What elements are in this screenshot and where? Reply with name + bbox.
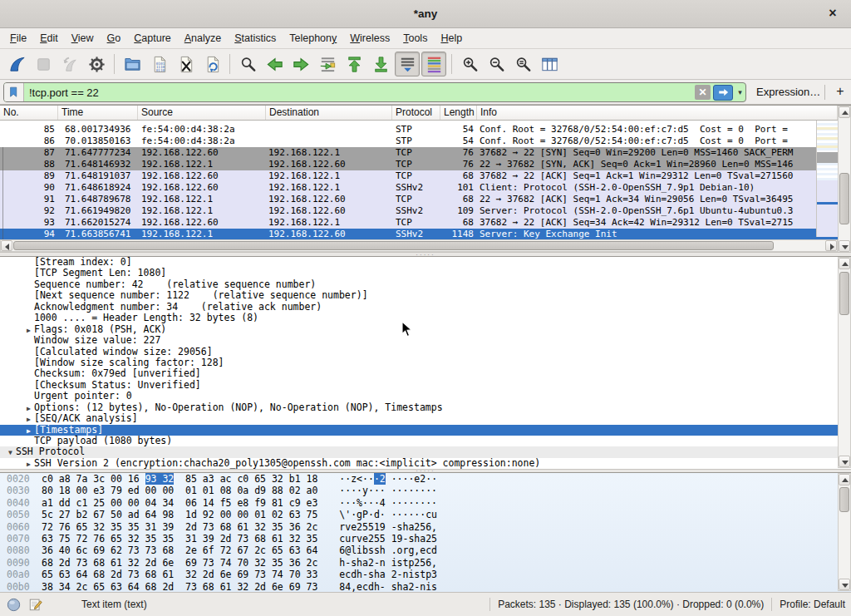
packet-row-86[interactable]: 8670.013850163fe:54:00:d4:38:2aSTP54Conf… bbox=[0, 136, 816, 147]
display-filter-entry[interactable]: ✕ ▾ bbox=[3, 82, 746, 102]
bytes-vscrollbar[interactable] bbox=[838, 473, 851, 591]
tree-collapsed-icon[interactable]: ▶ bbox=[23, 414, 34, 425]
menu-go[interactable]: Go bbox=[101, 30, 128, 47]
zoom-out-button[interactable] bbox=[484, 52, 509, 76]
detail-line[interactable]: [TCP Segment Len: 1080] bbox=[0, 268, 838, 278]
detail-vscrollbar[interactable] bbox=[838, 257, 851, 468]
zoom-original-button[interactable] bbox=[510, 52, 535, 76]
tree-collapsed-icon[interactable]: ▶ bbox=[23, 426, 34, 436]
hex-row-0060[interactable]: 006072 76 65 32 35 35 31 39 2d 73 68 61 … bbox=[0, 521, 851, 533]
detail-line[interactable]: Checksum: 0x79ed [unverified] bbox=[0, 368, 838, 379]
tree-collapsed-icon[interactable]: ▶ bbox=[23, 403, 34, 414]
menu-telephony[interactable]: Telephony bbox=[283, 30, 343, 47]
hex-row-0020[interactable]: 0020c0 a8 7a 3c 00 16 93 32 85 a3 ac c0 … bbox=[0, 473, 851, 485]
detail-line[interactable]: [Calculated window size: 29056] bbox=[0, 347, 838, 357]
detail-line[interactable]: Sequence number: 42 (relative sequence n… bbox=[0, 279, 838, 290]
reload-file-button[interactable] bbox=[199, 52, 224, 76]
menu-capture[interactable]: Capture bbox=[127, 30, 177, 47]
filter-input[interactable] bbox=[24, 86, 695, 99]
column-header-destination[interactable]: Destination bbox=[266, 106, 392, 120]
hex-row-0050[interactable]: 00505c 27 b2 67 50 ad 64 98 1d 92 00 00 … bbox=[0, 509, 851, 520]
filter-clear-icon[interactable]: ✕ bbox=[695, 85, 711, 100]
packet-row-90[interactable]: 9071.648618924192.168.122.60192.168.122.… bbox=[0, 182, 816, 194]
filter-history-dropdown-icon[interactable]: ▾ bbox=[735, 88, 745, 96]
resize-columns-button[interactable] bbox=[537, 52, 562, 76]
detail-line[interactable]: ▶[Timestamps] bbox=[0, 425, 838, 436]
scroll-thumb[interactable] bbox=[13, 241, 774, 250]
detail-line[interactable]: [Stream index: 0] bbox=[0, 257, 838, 268]
column-header-no[interactable]: No. bbox=[0, 106, 58, 120]
menu-help[interactable]: Help bbox=[434, 30, 469, 47]
packet-list-minimap[interactable] bbox=[816, 121, 838, 237]
filter-add-button[interactable]: + bbox=[833, 83, 848, 100]
tree-collapsed-icon[interactable]: ▶ bbox=[23, 325, 34, 336]
column-header-protocol[interactable]: Protocol bbox=[392, 106, 440, 120]
scroll-left-icon[interactable] bbox=[1, 240, 12, 251]
tree-collapsed-icon[interactable]: ▶ bbox=[23, 459, 34, 469]
go-back-button[interactable] bbox=[262, 52, 287, 76]
column-header-time[interactable]: Time bbox=[58, 106, 138, 120]
scroll-up-icon[interactable] bbox=[839, 258, 850, 269]
menu-edit[interactable]: Edit bbox=[33, 30, 65, 47]
expert-info-icon[interactable] bbox=[6, 597, 22, 613]
scroll-down-icon[interactable] bbox=[839, 240, 850, 252]
detail-line[interactable]: 1000 .... = Header Length: 32 bytes (8) bbox=[0, 313, 838, 323]
expression-button[interactable]: Expression… bbox=[756, 86, 820, 98]
detail-line[interactable]: [Next sequence number: 1122 (relative se… bbox=[0, 290, 838, 301]
detail-line[interactable]: ▶[SEQ/ACK analysis] bbox=[0, 413, 838, 424]
packet-row-89[interactable]: 8971.648191037192.168.122.60192.168.122.… bbox=[0, 170, 816, 182]
detail-line[interactable]: ▶Flags: 0x018 (PSH, ACK) bbox=[0, 324, 838, 335]
packet-row-93[interactable]: 9371.662015274192.168.122.60192.168.122.… bbox=[0, 217, 816, 229]
packet-row-87[interactable]: 8771.647777234192.168.122.60192.168.122.… bbox=[0, 147, 816, 159]
menu-view[interactable]: View bbox=[65, 30, 101, 47]
start-capture-button[interactable] bbox=[4, 52, 29, 76]
close-icon[interactable]: × bbox=[824, 5, 841, 22]
menu-tools[interactable]: Tools bbox=[396, 30, 434, 47]
packet-row-88[interactable]: 8871.648146932192.168.122.1192.168.122.6… bbox=[0, 159, 816, 170]
scroll-thumb[interactable] bbox=[839, 272, 849, 315]
zoom-in-button[interactable] bbox=[457, 52, 482, 76]
tree-expanded-icon[interactable]: ▼ bbox=[5, 447, 16, 458]
save-file-button[interactable]: 010111100110 bbox=[146, 52, 171, 76]
detail-line[interactable]: [Window size scaling factor: 128] bbox=[0, 357, 838, 368]
menu-file[interactable]: File bbox=[3, 30, 33, 47]
packet-list-vscrollbar[interactable] bbox=[838, 106, 851, 253]
hex-row-00a0[interactable]: 00a065 63 64 68 2d 73 68 61 32 2d 6e 69 … bbox=[0, 569, 851, 580]
column-header-info[interactable]: Info bbox=[477, 106, 838, 120]
packet-row-94[interactable]: 9471.663856741192.168.122.1192.168.122.6… bbox=[0, 229, 838, 240]
status-profile[interactable]: Profile: Default bbox=[780, 599, 845, 610]
column-header-length[interactable]: Length bbox=[440, 106, 477, 120]
packet-row-92[interactable]: 9271.661949820192.168.122.1192.168.122.6… bbox=[0, 205, 816, 217]
hex-row-0090[interactable]: 009068 2d 73 68 61 32 2d 6e 69 73 74 70 … bbox=[0, 557, 851, 569]
hex-row-0040[interactable]: 0040a1 dd c1 25 00 00 04 34 06 14 f5 e8 … bbox=[0, 497, 851, 509]
menu-statistics[interactable]: Statistics bbox=[228, 30, 283, 47]
scroll-up-icon[interactable] bbox=[839, 106, 850, 118]
menu-wireless[interactable]: Wireless bbox=[343, 30, 396, 47]
detail-line[interactable]: Window size value: 227 bbox=[0, 335, 838, 346]
detail-line[interactable]: [Checksum Status: Unverified] bbox=[0, 380, 838, 391]
capture-comment-icon[interactable] bbox=[28, 597, 43, 612]
hex-row-0080[interactable]: 008036 40 6c 69 62 73 73 68 2e 6f 72 67 … bbox=[0, 545, 851, 556]
go-to-packet-button[interactable] bbox=[315, 52, 340, 76]
menu-analyze[interactable]: Analyze bbox=[178, 30, 228, 47]
scroll-thumb[interactable] bbox=[839, 173, 849, 224]
scroll-thumb[interactable] bbox=[839, 487, 849, 512]
filter-bookmark-icon[interactable] bbox=[4, 83, 24, 101]
auto-scroll-button[interactable] bbox=[395, 52, 420, 76]
find-packet-button[interactable] bbox=[235, 52, 260, 76]
go-bottom-button[interactable] bbox=[368, 52, 393, 76]
detail-line[interactable]: ▼SSH Protocol bbox=[0, 446, 838, 457]
close-file-button[interactable] bbox=[173, 52, 198, 76]
hex-row-0030[interactable]: 003080 18 00 e3 79 ed 00 00 01 01 08 0a … bbox=[0, 485, 851, 496]
go-forward-button[interactable] bbox=[288, 52, 313, 76]
detail-line[interactable]: ▶Options: (12 bytes), No-Operation (NOP)… bbox=[0, 402, 838, 413]
hex-row-00b0[interactable]: 00b038 34 2c 65 63 64 68 2d 73 68 61 32 … bbox=[0, 581, 851, 592]
packet-row-85[interactable]: 8568.001734936fe:54:00:d4:38:2aSTP54Conf… bbox=[0, 124, 816, 136]
scroll-down-icon[interactable] bbox=[839, 456, 850, 467]
scroll-right-icon[interactable] bbox=[825, 240, 837, 251]
detail-line[interactable]: TCP payload (1080 bytes) bbox=[0, 436, 838, 446]
scroll-down-icon[interactable] bbox=[839, 579, 850, 590]
go-top-button[interactable] bbox=[342, 52, 366, 76]
open-file-button[interactable] bbox=[120, 52, 145, 76]
detail-line[interactable]: Acknowledgment number: 34 (relative ack … bbox=[0, 302, 838, 313]
